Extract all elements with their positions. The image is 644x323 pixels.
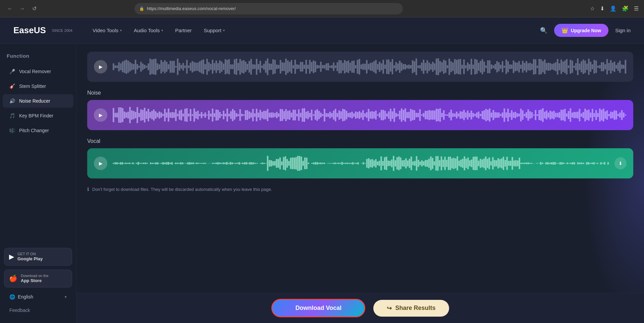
nav-support[interactable]: Support ▾: [204, 28, 225, 33]
logo-area: EaseUS SINCE 2004: [13, 25, 72, 36]
svg-rect-621: [221, 163, 222, 164]
content-area: Function 🎤 Vocal Remover 🎸 Stem Splitter…: [0, 44, 644, 323]
sidebar-item-stem-splitter[interactable]: 🎸 Stem Splitter: [3, 79, 73, 93]
svg-rect-147: [382, 60, 384, 74]
svg-rect-266: [601, 62, 602, 71]
download-icon[interactable]: ⬇: [600, 5, 604, 12]
app-store-button[interactable]: 🍎 Download on the App Store: [4, 270, 72, 287]
sidebar: Function 🎤 Vocal Remover 🎸 Stem Splitter…: [0, 44, 76, 323]
svg-rect-449: [423, 113, 425, 117]
nav-audio-tools[interactable]: Audio Tools ▾: [134, 28, 163, 33]
svg-rect-49: [203, 59, 204, 74]
svg-rect-164: [414, 61, 415, 72]
svg-rect-731: [416, 156, 417, 170]
svg-rect-589: [164, 162, 165, 164]
svg-rect-722: [400, 158, 401, 169]
original-play-button[interactable]: ▶: [94, 60, 107, 73]
svg-rect-156: [399, 61, 400, 73]
app-store-line1: Download on the: [21, 273, 49, 278]
svg-rect-805: [547, 162, 548, 165]
sidebar-item-key-bpm-finder[interactable]: 🎵 Key BPM Finder: [3, 109, 73, 122]
svg-rect-179: [441, 62, 443, 71]
svg-rect-16: [142, 63, 144, 70]
profile-icon[interactable]: 👤: [610, 5, 616, 12]
bookmark-icon[interactable]: ☆: [590, 5, 595, 12]
svg-rect-66: [234, 59, 235, 74]
forward-button[interactable]: →: [17, 4, 27, 13]
search-icon[interactable]: 🔍: [540, 27, 547, 34]
svg-rect-182: [447, 65, 448, 68]
svg-rect-235: [544, 59, 546, 74]
svg-rect-47: [199, 61, 201, 72]
address-bar[interactable]: 🔒 https://multimedia.easeus.com/vocal-re…: [135, 3, 403, 14]
svg-rect-423: [375, 111, 377, 120]
svg-rect-503: [522, 110, 524, 120]
svg-rect-733: [419, 162, 421, 165]
signin-button[interactable]: Sign in: [615, 28, 631, 33]
svg-rect-184: [450, 61, 452, 72]
svg-rect-220: [517, 63, 518, 71]
svg-rect-111: [316, 65, 318, 69]
svg-rect-570: [130, 163, 132, 164]
nav-partner[interactable]: Partner: [175, 28, 192, 33]
svg-rect-776: [496, 160, 497, 166]
svg-rect-28: [164, 60, 166, 73]
svg-rect-581: [150, 163, 151, 164]
svg-rect-105: [306, 60, 307, 74]
nav-video-tools[interactable]: Video Tools ▾: [93, 28, 122, 33]
feedback-button[interactable]: Feedback: [3, 304, 73, 316]
svg-rect-544: [597, 113, 599, 117]
svg-rect-815: [565, 163, 566, 164]
svg-rect-320: [186, 108, 188, 122]
download-vocal-button[interactable]: Download Vocal: [271, 299, 365, 317]
svg-rect-189: [460, 59, 461, 74]
svg-rect-745: [441, 156, 442, 170]
svg-rect-195: [471, 59, 472, 75]
svg-rect-289: [129, 107, 131, 123]
svg-rect-80: [260, 61, 261, 73]
svg-rect-214: [505, 60, 507, 74]
svg-rect-324: [194, 108, 195, 122]
extensions-icon[interactable]: 🧩: [622, 5, 629, 12]
svg-rect-288: [127, 112, 129, 118]
svg-rect-67: [236, 59, 237, 75]
refresh-button[interactable]: ↺: [30, 4, 39, 13]
sidebar-item-vocal-remover[interactable]: 🎤 Vocal Remover: [3, 65, 73, 78]
svg-rect-152: [392, 59, 393, 74]
svg-rect-199: [478, 63, 480, 71]
svg-rect-681: [327, 163, 329, 164]
svg-rect-53: [210, 64, 212, 70]
back-button[interactable]: ←: [5, 4, 15, 13]
share-results-button[interactable]: ↪ Share Results: [373, 300, 449, 317]
svg-rect-647: [267, 156, 268, 171]
svg-rect-716: [389, 161, 391, 166]
svg-rect-196: [472, 65, 474, 69]
sidebar-item-noise-reducer[interactable]: 🔊 Noise Reducer: [3, 94, 73, 108]
svg-rect-692: [347, 163, 348, 164]
svg-rect-393: [320, 113, 322, 117]
svg-rect-68: [237, 63, 239, 71]
noise-play-button[interactable]: ▶: [94, 108, 107, 122]
vocal-download-small-button[interactable]: ⬇: [614, 157, 627, 169]
language-selector[interactable]: 🌐 English ▾: [3, 291, 73, 303]
svg-rect-684: [332, 163, 334, 164]
svg-rect-6: [124, 61, 125, 73]
svg-rect-587: [161, 163, 162, 164]
app-store-text: Download on the App Store: [21, 273, 49, 284]
svg-rect-792: [524, 163, 525, 164]
upgrade-button[interactable]: 👑 Upgrade Now: [554, 24, 608, 37]
svg-rect-562: [116, 162, 118, 164]
svg-rect-420: [370, 111, 371, 118]
svg-rect-154: [395, 62, 397, 71]
svg-rect-513: [540, 109, 542, 120]
svg-rect-58: [219, 60, 221, 73]
svg-rect-493: [503, 108, 505, 122]
menu-icon[interactable]: ☰: [634, 5, 639, 12]
vocal-play-button[interactable]: ▶: [94, 157, 107, 170]
svg-rect-643: [260, 163, 261, 164]
sidebar-item-pitch-changer[interactable]: 🎼 Pitch Changer: [3, 124, 73, 137]
svg-rect-367: [272, 112, 274, 118]
svg-rect-523: [559, 112, 560, 118]
svg-rect-577: [143, 163, 144, 164]
google-play-button[interactable]: ▶ GET IT ON Google Play: [4, 248, 72, 266]
